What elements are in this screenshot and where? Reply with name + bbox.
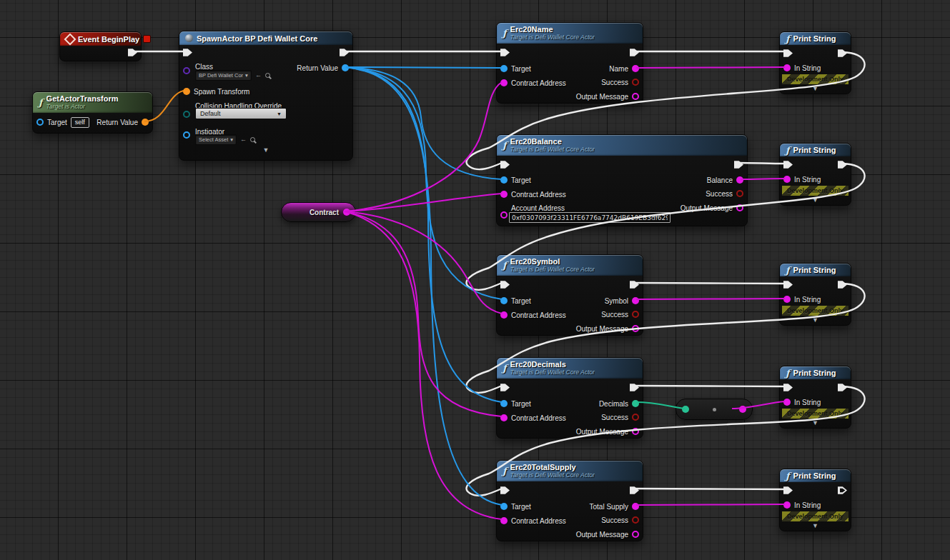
blueprint-graph-canvas[interactable]: Event BeginPlay ƒ GetActorTransform Targ… [0,0,950,560]
exec-out-pin[interactable] [838,486,847,495]
node-print-string-5[interactable]: ƒ Print String In String Development Onl… [779,469,851,531]
exec-out-pin[interactable] [734,160,743,169]
conversion-input-pin[interactable] [682,406,689,413]
total-supply-output-pin[interactable] [632,503,639,510]
target-pin[interactable] [36,119,44,126]
decimals-output-pin[interactable] [632,400,639,407]
output-message-pin[interactable] [632,531,639,538]
contract-address-pin[interactable] [500,311,508,319]
collision-dropdown[interactable]: Default ▼ [195,108,287,119]
return-value-pin[interactable] [142,119,149,126]
class-dropdown-value: BP Defi Wallet Cor [199,72,243,79]
node-print-string-4[interactable]: ƒ Print String In String Development Onl… [779,366,851,429]
node-erc20-balance[interactable]: ƒ Erc20Balance Target is Defi Wallet Cor… [496,134,748,226]
contract-output-pin[interactable] [343,209,350,216]
collapse-chevron[interactable]: ▼ [179,147,352,154]
node-print-string-1[interactable]: ƒ Print String In String Development Onl… [779,31,851,94]
exec-out-pin[interactable] [838,383,847,392]
node-subtitle: Target is Defi Wallet Core Actor [510,146,595,153]
collapse-chevron[interactable]: ▼ [780,523,851,529]
class-pin[interactable] [183,67,190,74]
browse-icon[interactable] [250,137,255,142]
spawn-transform-pin[interactable] [183,88,190,95]
use-selected-icon[interactable]: ← [240,136,247,143]
exec-in-pin[interactable] [783,49,793,58]
exec-out-pin[interactable] [630,383,639,392]
use-selected-icon[interactable]: ← [255,72,262,79]
exec-in-pin[interactable] [783,280,793,289]
success-pin[interactable] [632,311,639,318]
node-erc20-symbol[interactable]: ƒ Erc20Symbol Target is Defi Wallet Core… [496,254,643,336]
instigator-dropdown[interactable]: Select Asset ▾ [195,134,237,145]
success-pin[interactable] [632,516,639,524]
in-string-pin[interactable] [783,296,791,303]
balance-output-pin[interactable] [736,176,743,184]
success-pin[interactable] [632,79,639,86]
class-dropdown[interactable]: BP Defi Wallet Cor ▾ [195,70,252,81]
output-message-pin[interactable] [736,204,743,211]
conversion-output-pin[interactable] [739,406,746,413]
return-value-pin[interactable] [342,64,349,71]
exec-in-pin[interactable] [500,280,510,289]
in-string-pin[interactable] [783,176,791,183]
exec-out-pin[interactable] [838,280,847,289]
target-pin[interactable] [500,503,508,510]
exec-in-pin[interactable] [500,160,510,169]
collapse-chevron[interactable]: ▼ [780,86,851,92]
node-event-beginplay[interactable]: Event BeginPlay [59,31,142,61]
instigator-pin[interactable] [183,131,190,139]
node-spawn-actor[interactable]: SpawnActor BP Defi Wallet Core Return Va… [179,31,353,161]
symbol-output-pin[interactable] [632,297,639,304]
contract-address-pin[interactable] [500,414,508,421]
target-pin[interactable] [500,176,508,184]
node-print-string-2[interactable]: ƒ Print String In String Development Onl… [779,143,851,206]
contract-address-pin[interactable] [500,517,508,524]
browse-icon[interactable] [265,73,270,78]
exec-out-pin[interactable] [838,160,847,169]
exec-in-pin[interactable] [500,48,510,57]
exec-out-pin[interactable] [340,48,349,57]
exec-out-pin[interactable] [838,49,847,58]
account-address-field[interactable] [509,212,671,223]
output-message-pin[interactable] [632,325,639,332]
in-string-pin[interactable] [783,399,791,406]
exec-in-pin[interactable] [500,486,510,495]
event-debug-marker [143,35,151,43]
self-value-box[interactable]: self [71,117,89,128]
target-pin[interactable] [500,65,508,72]
pin-label: Name [609,65,628,73]
success-pin[interactable] [736,190,743,197]
exec-out-pin[interactable] [128,48,137,57]
success-pin[interactable] [632,414,639,421]
node-header: ƒ Erc20Decimals Target is Defi Wallet Co… [497,358,643,379]
exec-out-pin[interactable] [630,280,639,289]
node-erc20-decimals[interactable]: ƒ Erc20Decimals Target is Defi Wallet Co… [496,357,643,439]
node-int-to-string-conversion[interactable] [676,399,753,420]
node-print-string-3[interactable]: ƒ Print String In String Development Onl… [779,263,851,326]
contract-address-pin[interactable] [500,79,508,86]
node-contract-variable[interactable]: Contract [281,202,356,222]
output-message-pin[interactable] [632,428,639,435]
in-string-pin[interactable] [783,501,791,509]
target-pin[interactable] [500,297,508,304]
output-message-pin[interactable] [632,93,639,100]
collapse-chevron[interactable]: ▼ [780,420,851,426]
collapse-chevron[interactable]: ▼ [780,317,851,324]
exec-in-pin[interactable] [783,160,793,169]
exec-out-pin[interactable] [630,48,639,57]
name-output-pin[interactable] [632,65,639,72]
target-pin[interactable] [500,400,508,407]
node-get-actor-transform[interactable]: ƒ GetActorTransform Target is Actor Targ… [32,91,153,134]
exec-in-pin[interactable] [783,486,793,495]
exec-out-pin[interactable] [630,486,639,495]
exec-in-pin[interactable] [183,48,192,57]
contract-address-pin[interactable] [500,191,508,198]
exec-in-pin[interactable] [783,383,793,392]
collapse-chevron[interactable]: ▼ [780,197,851,204]
collision-handling-pin[interactable] [183,111,190,118]
in-string-pin[interactable] [783,64,791,71]
account-address-pin[interactable] [500,211,508,219]
node-erc20-name[interactable]: ƒ Erc20Name Target is Defi Wallet Core A… [496,22,643,104]
node-erc20-total-supply[interactable]: ƒ Erc20TotalSupply Target is Defi Wallet… [496,460,643,541]
exec-in-pin[interactable] [500,383,510,392]
